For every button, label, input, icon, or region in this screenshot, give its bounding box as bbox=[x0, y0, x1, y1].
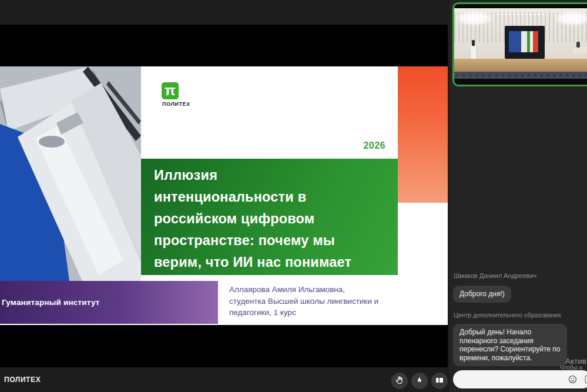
seated-person bbox=[576, 42, 580, 48]
projected-slide bbox=[509, 31, 538, 52]
bottom-bar-brand: ПОЛИТЕХ bbox=[4, 376, 41, 384]
stage-projector-screen bbox=[505, 26, 545, 59]
institute-name: Гуманитарный институт bbox=[0, 298, 100, 307]
chandelier-right bbox=[554, 11, 587, 26]
podium bbox=[471, 46, 476, 59]
raise-hand-button[interactable] bbox=[391, 373, 408, 389]
chandelier-left bbox=[455, 11, 493, 26]
app-bottom-bar: ПОЛИТЕХ bbox=[0, 367, 450, 392]
logo-brand-text: ПОЛИТЕХ bbox=[162, 101, 190, 107]
sticker-icon[interactable] bbox=[585, 375, 587, 384]
active-speaker-thumbnail[interactable] bbox=[452, 2, 587, 86]
chat-panel: Шмаков Даниил Андреевич Доброго дня!) Це… bbox=[450, 0, 587, 392]
message-input[interactable] bbox=[460, 371, 562, 388]
slide-author: Аллаярова Амиля Ильгамовна, студентка Вы… bbox=[229, 284, 411, 319]
slide-year: 2026 bbox=[350, 140, 385, 151]
slide-orange-accent bbox=[398, 66, 448, 203]
ceiling-lights bbox=[495, 12, 547, 17]
auditorium-video bbox=[454, 8, 587, 79]
institute-bar: Гуманитарный институт bbox=[0, 281, 218, 324]
fire-reaction-button[interactable] bbox=[411, 373, 428, 389]
audience-seats bbox=[454, 72, 587, 79]
message-sender: Центр дополнительного образования bbox=[454, 311, 561, 319]
shared-screen-letterbox: π ПОЛИТЕХ 2026 Иллюзия интенциональности… bbox=[0, 25, 448, 367]
raise-hand-icon bbox=[395, 376, 404, 387]
logo-symbol: π bbox=[165, 83, 175, 98]
building-columns-photo bbox=[0, 66, 141, 281]
stage-floor bbox=[454, 59, 587, 72]
slide-title: Иллюзия интенциональности в российском ц… bbox=[154, 165, 392, 273]
message-sender: Шмаков Даниил Андреевич bbox=[454, 272, 536, 279]
layout-panels-icon bbox=[435, 376, 444, 386]
app-window: π ПОЛИТЕХ 2026 Иллюзия интенциональности… bbox=[0, 0, 587, 392]
presentation-slide: π ПОЛИТЕХ 2026 Иллюзия интенциональности… bbox=[0, 66, 448, 325]
slide-title-block: Иллюзия интенциональности в российском ц… bbox=[141, 159, 398, 275]
fire-reaction-icon bbox=[415, 376, 424, 386]
message-bubble[interactable]: Доброго дня!) bbox=[453, 286, 511, 303]
message-bubble[interactable]: Добрый день! Начало пленарного заседания… bbox=[453, 324, 567, 366]
screen-share-region: π ПОЛИТЕХ 2026 Иллюзия интенциональности… bbox=[0, 0, 450, 392]
emoji-smile-icon[interactable] bbox=[568, 375, 577, 384]
layout-view-button[interactable] bbox=[431, 373, 448, 389]
side-desk bbox=[573, 47, 587, 53]
polytech-logo-icon: π bbox=[162, 82, 179, 99]
message-input-container bbox=[453, 370, 587, 388]
